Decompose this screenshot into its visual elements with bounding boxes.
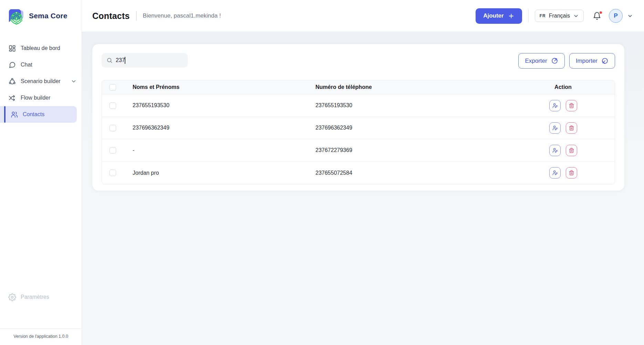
column-header-action: Action xyxy=(511,84,615,90)
sidebar-nav: Tableau de bord Scenario builder Chat xyxy=(0,40,82,123)
contact-name-cell: - xyxy=(123,147,306,153)
app-root: Sema Core Tableau de bord xyxy=(0,0,644,345)
text-caret xyxy=(125,57,125,64)
topbar-divider xyxy=(528,9,529,22)
edit-contact-button[interactable] xyxy=(549,122,561,134)
contact-name-cell: 237655193530 xyxy=(123,102,306,109)
edit-contact-button[interactable] xyxy=(549,100,561,111)
user-edit-icon xyxy=(552,170,558,176)
edit-contact-button[interactable] xyxy=(549,167,561,179)
sidebar-item-flow-builder[interactable]: Flow builder xyxy=(0,90,82,106)
column-header-name: Noms et Prénoms xyxy=(123,84,306,90)
sidebar-item-parametres[interactable]: Paramètres xyxy=(0,289,82,305)
export-button-label: Exporter xyxy=(525,58,547,64)
notification-badge xyxy=(599,11,603,14)
chat-icon xyxy=(8,61,16,69)
sidebar-item-label: Flow builder xyxy=(21,95,50,101)
row-checkbox[interactable] xyxy=(110,125,116,131)
row-checkbox[interactable] xyxy=(110,170,116,176)
search-box xyxy=(102,53,188,68)
sidebar-item-label: Chat xyxy=(21,62,32,68)
language-label: Français xyxy=(549,13,570,19)
plus-icon xyxy=(508,13,515,19)
table-row: 237696362349 237696362349 xyxy=(102,117,615,139)
trash-icon xyxy=(569,170,574,176)
search-icon xyxy=(106,57,113,63)
import-button[interactable]: Importer xyxy=(569,53,615,69)
language-selector[interactable]: FR Français xyxy=(535,10,584,22)
avatar[interactable]: P xyxy=(609,9,623,23)
language-code: FR xyxy=(540,13,546,18)
dashboard-icon xyxy=(8,44,16,52)
search-input[interactable] xyxy=(116,57,184,63)
select-all-checkbox[interactable] xyxy=(110,84,116,91)
brand-name: Sema Core xyxy=(29,12,67,20)
sidebar-item-chat[interactable]: Scenario builder Chat xyxy=(0,57,82,73)
table-row: - 237672279369 xyxy=(102,139,615,162)
sema-core-logo-icon xyxy=(6,6,25,26)
table-row: Jordan pro 237655072584 xyxy=(102,162,615,184)
chevron-down-icon xyxy=(573,13,579,19)
card-toolbar: Exporter Importer xyxy=(102,53,615,69)
import-button-label: Importer xyxy=(576,58,598,64)
app-version: Version de l'application 1.0.0 xyxy=(3,334,78,339)
sidebar: Sema Core Tableau de bord xyxy=(0,0,82,345)
table-header-row: Noms et Prénoms Numéro de téléphone Acti… xyxy=(102,80,615,94)
sidebar-item-contacts[interactable]: Contacts xyxy=(0,106,77,123)
contacts-card: Exporter Importer xyxy=(92,44,624,191)
import-icon xyxy=(601,57,609,64)
table-row: 237655193530 237655193530 xyxy=(102,94,615,117)
profile-menu-button[interactable] xyxy=(627,13,633,19)
topbar: Contacts Bienvenue, pascal1.mekinda ! Aj… xyxy=(82,0,644,32)
chevron-down-icon xyxy=(71,78,77,84)
chevron-down-icon xyxy=(627,13,633,19)
delete-contact-button[interactable] xyxy=(566,167,577,179)
avatar-initial: P xyxy=(614,12,617,19)
trash-icon xyxy=(569,125,574,131)
user-edit-icon xyxy=(552,148,558,153)
sidebar-item-label: Contacts xyxy=(23,111,44,118)
title-wrap: Contacts Bienvenue, pascal1.mekinda ! xyxy=(92,11,221,21)
contacts-table: Noms et Prénoms Numéro de téléphone Acti… xyxy=(102,80,615,184)
table-body: 237655193530 237655193530 xyxy=(102,94,615,184)
content-area: Exporter Importer xyxy=(82,32,644,345)
user-edit-icon xyxy=(552,103,558,109)
main-area: Contacts Bienvenue, pascal1.mekinda ! Aj… xyxy=(82,0,644,345)
contact-name-cell: Jordan pro xyxy=(123,170,306,176)
row-checkbox[interactable] xyxy=(110,147,116,154)
edit-contact-button[interactable] xyxy=(549,145,561,156)
delete-contact-button[interactable] xyxy=(566,145,577,156)
title-divider xyxy=(136,11,137,21)
contact-phone-cell: 237696362349 xyxy=(306,125,511,131)
add-button-label: Ajouter xyxy=(483,12,504,19)
user-edit-icon xyxy=(552,125,558,131)
trash-icon xyxy=(569,148,574,153)
trash-icon xyxy=(569,103,574,109)
gear-icon xyxy=(8,293,16,301)
sidebar-item-tableau-de-bord[interactable]: Tableau de bord xyxy=(0,40,82,57)
add-contact-button[interactable]: Ajouter xyxy=(476,8,522,24)
notifications-button[interactable] xyxy=(593,12,601,20)
delete-contact-button[interactable] xyxy=(566,100,577,111)
export-button[interactable]: Exporter xyxy=(518,53,564,69)
row-checkbox[interactable] xyxy=(110,102,116,109)
flow-builder-icon xyxy=(8,94,16,102)
delete-contact-button[interactable] xyxy=(566,122,577,134)
sidebar-footer: Version de l'application 1.0.0 xyxy=(0,328,82,345)
sidebar-item-label: Scenario builder xyxy=(21,78,61,84)
scenario-builder-icon xyxy=(8,78,16,85)
sidebar-item-label: Tableau de bord xyxy=(21,45,60,51)
export-icon xyxy=(551,57,558,64)
contact-phone-cell: 237672279369 xyxy=(306,147,511,153)
contact-name-cell: 237696362349 xyxy=(123,125,306,131)
welcome-text: Bienvenue, pascal1.mekinda ! xyxy=(143,12,221,19)
contacts-icon xyxy=(10,111,18,119)
logo-row[interactable]: Sema Core xyxy=(0,0,82,31)
sidebar-item-scenario-builder[interactable]: Scenario builder xyxy=(0,73,82,90)
page-title: Contacts xyxy=(92,11,130,21)
topbar-right: Ajouter FR Français xyxy=(476,8,633,24)
settings-label: Paramètres xyxy=(21,294,49,300)
column-header-phone: Numéro de téléphone xyxy=(306,84,511,90)
toolbar-actions: Exporter Importer xyxy=(518,53,615,69)
contact-phone-cell: 237655193530 xyxy=(306,102,511,109)
